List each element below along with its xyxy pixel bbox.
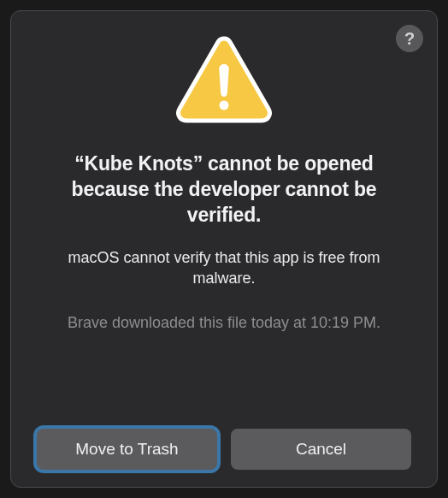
dialog-subtitle: macOS cannot verify that this app is fre… — [37, 247, 411, 289]
gatekeeper-dialog: ? “Kube Knots” cannot be opened because … — [10, 10, 438, 488]
cancel-button[interactable]: Cancel — [231, 429, 411, 470]
dialog-title: “Kube Knots” cannot be opened because th… — [37, 151, 411, 228]
help-button[interactable]: ? — [396, 25, 423, 52]
warning-icon — [174, 35, 274, 127]
move-to-trash-button[interactable]: Move to Trash — [37, 429, 217, 470]
svg-point-0 — [220, 101, 229, 110]
button-row: Move to Trash Cancel — [37, 429, 411, 470]
download-info: Brave downloaded this file today at 10:1… — [68, 312, 380, 333]
help-icon: ? — [404, 29, 415, 49]
